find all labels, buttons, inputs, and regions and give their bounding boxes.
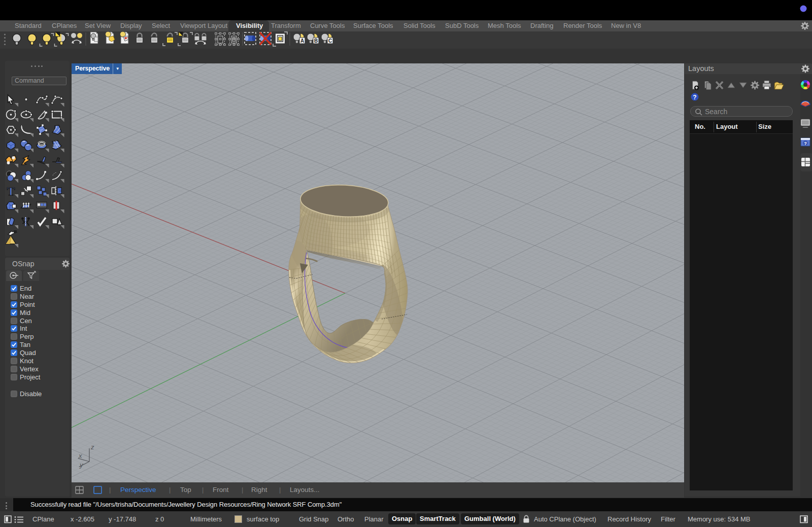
svg-text:?: ? — [693, 94, 696, 101]
svg-text:T: T — [7, 185, 15, 198]
svg-text:B: B — [314, 38, 318, 44]
svg-text:C: C — [328, 38, 332, 44]
svg-text:x: x — [78, 452, 82, 460]
svg-text:A: A — [300, 38, 304, 44]
svg-text:?: ? — [804, 141, 807, 146]
svg-text:z: z — [90, 443, 94, 451]
